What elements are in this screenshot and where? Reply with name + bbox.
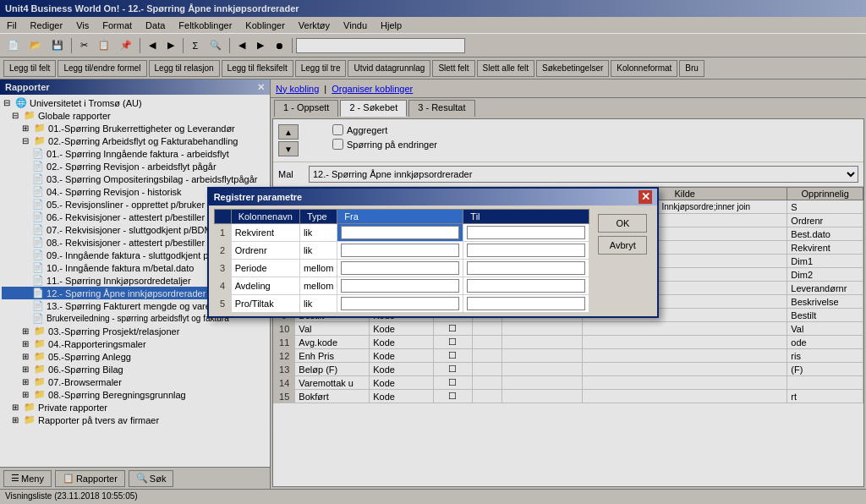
dcell-til[interactable] [463, 223, 589, 241]
input-fra-4[interactable] [341, 279, 459, 293]
dth-til: Til [463, 209, 589, 223]
input-fra-1[interactable] [341, 226, 459, 239]
dcell-fra[interactable] [337, 294, 463, 312]
dcell-type: mellom [299, 259, 337, 277]
dcell-kolonnenavn: Pro/Tiltak [231, 294, 299, 312]
dcell-type: mellom [299, 277, 337, 294]
dialog-table-row: 5 Pro/Tiltak lik [214, 294, 589, 312]
dth-fra: Fra [337, 209, 463, 223]
dcell-fra[interactable] [337, 277, 463, 294]
dcell-kolonnenavn: Periode [231, 259, 299, 277]
dcell-fra[interactable] [337, 241, 463, 259]
dcell-type: lik [299, 223, 337, 241]
dcell-type: lik [299, 294, 337, 312]
dialog-close-button[interactable]: ✕ [639, 190, 652, 204]
dialog: Registrer parametre ✕ Kolonnenavn Type F… [207, 187, 660, 318]
dialog-table: Kolonnenavn Type Fra Til 1 Rekvirent lik… [214, 209, 590, 313]
dcell-num: 2 [214, 241, 231, 259]
dialog-ok-button[interactable]: OK [598, 214, 647, 233]
dialog-table-row: 4 Avdeling mellom [214, 277, 589, 294]
dcell-til[interactable] [463, 259, 589, 277]
dcell-num: 3 [214, 259, 231, 277]
input-til-3[interactable] [467, 261, 585, 275]
dcell-fra[interactable] [337, 223, 463, 241]
dialog-table-row: 2 Ordrenr lik [214, 241, 589, 259]
input-fra-5[interactable] [341, 297, 459, 310]
dialog-table-row: 3 Periode mellom [214, 259, 589, 277]
input-til-5[interactable] [467, 297, 585, 310]
dialog-table-row: 1 Rekvirent lik [214, 223, 589, 241]
dcell-til[interactable] [463, 294, 589, 312]
input-til-4[interactable] [467, 279, 585, 293]
input-til-1[interactable] [467, 226, 585, 239]
dcell-kolonnenavn: Ordrenr [231, 241, 299, 259]
dcell-num: 5 [214, 294, 231, 312]
dth-type: Type [299, 209, 337, 223]
input-fra-2[interactable] [341, 244, 459, 257]
dialog-cancel-button[interactable]: Avbryt [598, 236, 647, 255]
dcell-til[interactable] [463, 241, 589, 259]
dialog-buttons: OK Avbryt [593, 209, 652, 260]
dcell-kolonnenavn: Avdeling [231, 277, 299, 294]
input-til-2[interactable] [467, 244, 585, 257]
dth-num [214, 209, 231, 223]
dcell-type: lik [299, 241, 337, 259]
dialog-body: Kolonnenavn Type Fra Til 1 Rekvirent lik… [209, 205, 658, 316]
dialog-title-text: Registrer parametre [214, 192, 303, 202]
dcell-num: 1 [214, 223, 231, 241]
dcell-til[interactable] [463, 277, 589, 294]
input-fra-3[interactable] [341, 261, 459, 275]
dialog-overlay: Registrer parametre ✕ Kolonnenavn Type F… [0, 0, 866, 502]
dcell-kolonnenavn: Rekvirent [231, 223, 299, 241]
dialog-table-container: Kolonnenavn Type Fra Til 1 Rekvirent lik… [214, 209, 590, 313]
dcell-fra[interactable] [337, 259, 463, 277]
dth-kolonnenavn: Kolonnenavn [231, 209, 299, 223]
dialog-title-bar: Registrer parametre ✕ [209, 189, 658, 205]
dcell-num: 4 [214, 277, 231, 294]
